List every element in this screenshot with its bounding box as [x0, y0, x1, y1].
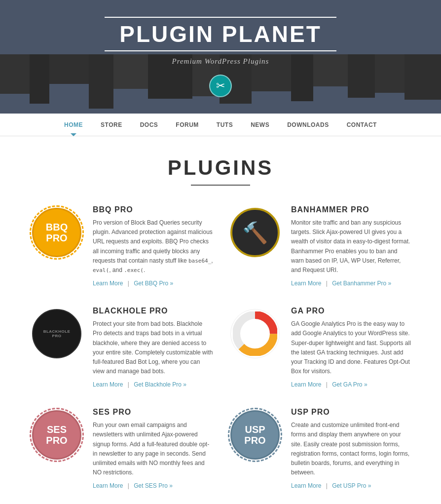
ga-logo-shape: [230, 309, 280, 358]
plugin-info-bbq-pro: BBQ PRO Pro version of Block Bad Queries…: [93, 205, 213, 287]
plugin-card-bbq-pro: BBQPRO BBQ PRO Pro version of Block Bad …: [30, 205, 213, 287]
bbq-link-sep: |: [128, 280, 129, 287]
plugin-desc-blackhole-pro: Protect your site from bad bots. Blackho…: [93, 319, 213, 376]
plugin-links-banhammer-pro: Learn More | Get Banhammer Pro »: [291, 280, 411, 287]
site-header: PLUGIN PLANET Premium WordPress Plugins …: [0, 0, 441, 114]
plugin-name-banhammer-pro: BANHAMMER PRO: [291, 205, 411, 214]
nav-store[interactable]: STORE: [92, 115, 131, 135]
plugin-links-ga-pro: Learn More | Get GA Pro »: [291, 381, 411, 388]
section-heading: PLUGINS: [30, 156, 411, 180]
plugin-info-banhammer-pro: BANHAMMER PRO Monitor site traffic and b…: [291, 205, 411, 287]
blackhole-learn-more-link[interactable]: Learn More: [93, 381, 123, 388]
plugin-card-blackhole-pro: BLACKHOLEPRO BLACKHOLE PRO Protect your …: [30, 307, 213, 388]
plugin-name-ga-pro: GA PRO: [291, 307, 411, 315]
plugin-logo-bbq-pro: BBQPRO: [30, 205, 84, 260]
plugin-links-blackhole-pro: Learn More | Get Blackhole Pro »: [93, 381, 213, 388]
blackhole-link-sep: |: [128, 381, 129, 388]
banhammer-link-sep: |: [326, 280, 328, 287]
plugins-grid: BBQPRO BBQ PRO Pro version of Block Bad …: [30, 205, 411, 489]
plugin-desc-usp-pro: Create and customize unlimited front-end…: [291, 421, 411, 477]
blackhole-logo-shape: BLACKHOLEPRO: [32, 309, 81, 358]
title-border: PLUGIN PLANET: [105, 17, 336, 51]
header-content: PLUGIN PLANET Premium WordPress Plugins …: [105, 17, 336, 97]
plugin-card-ga-pro: GA PRO GA Google Analytics Pro is the ea…: [228, 307, 411, 388]
usp-logo-shape: USPPRO: [230, 410, 280, 460]
ga-logo-svg: [233, 311, 277, 356]
plugin-desc-ga-pro: GA Google Analytics Pro is the easy way …: [291, 319, 411, 376]
plugin-name-blackhole-pro: BLACKHOLE PRO: [93, 307, 213, 315]
site-title: PLUGIN PLANET: [119, 21, 322, 47]
plugin-logo-usp-pro: USPPRO: [228, 408, 282, 462]
banhammer-logo-icon: 🔨: [242, 221, 268, 245]
usp-link-sep: |: [326, 482, 328, 489]
plugin-links-bbq-pro: Learn More | Get BBQ Pro »: [93, 280, 213, 287]
section-title-block: PLUGINS: [30, 156, 411, 186]
bbq-learn-more-link[interactable]: Learn More: [93, 280, 123, 287]
banhammer-learn-more-link[interactable]: Learn More: [291, 280, 321, 287]
section-divider: [191, 185, 250, 186]
nav-news[interactable]: NEWS: [242, 115, 278, 135]
plugin-desc-ses-pro: Run your own email campaigns and newslet…: [93, 421, 213, 477]
usp-logo-text: USPPRO: [244, 424, 265, 446]
usp-get-link[interactable]: Get USP Pro »: [332, 482, 371, 489]
ga-link-sep: |: [326, 381, 328, 388]
blackhole-logo-text: BLACKHOLEPRO: [43, 329, 71, 338]
plugin-name-usp-pro: USP PRO: [291, 408, 411, 417]
plugin-info-usp-pro: USP PRO Create and customize unlimited f…: [291, 408, 411, 489]
plugin-info-ga-pro: GA PRO GA Google Analytics Pro is the ea…: [291, 307, 411, 388]
plugin-card-banhammer-pro: 🔨 BANHAMMER PRO Monitor site traffic and…: [228, 205, 411, 287]
main-nav: HOME STORE DOCS FORUM TUTS NEWS DOWNLOAD…: [0, 114, 441, 136]
plugin-icon: ✂: [209, 75, 232, 97]
plugin-logo-banhammer-pro: 🔨: [228, 205, 282, 260]
nav-tuts[interactable]: TUTS: [208, 115, 242, 135]
banhammer-get-link[interactable]: Get Banhammer Pro »: [332, 280, 391, 287]
ga-learn-more-link[interactable]: Learn More: [291, 381, 321, 388]
bbq-get-link[interactable]: Get BBQ Pro »: [134, 280, 173, 287]
nav-home[interactable]: HOME: [55, 115, 92, 135]
plugin-name-bbq-pro: BBQ PRO: [93, 205, 213, 214]
ses-get-link[interactable]: Get SES Pro »: [134, 482, 173, 489]
plugin-info-ses-pro: SES PRO Run your own email campaigns and…: [93, 408, 213, 489]
nav-forum[interactable]: FORUM: [167, 115, 208, 135]
blackhole-get-link[interactable]: Get Blackhole Pro »: [134, 381, 186, 388]
svg-point-3: [243, 322, 267, 346]
banhammer-logo-shape: 🔨: [230, 208, 280, 257]
plugin-logo-ses-pro: SESPRO: [30, 408, 84, 462]
ga-get-link[interactable]: Get GA Pro »: [332, 381, 367, 388]
usp-learn-more-link[interactable]: Learn More: [291, 482, 321, 489]
plugin-links-ses-pro: Learn More | Get SES Pro »: [93, 482, 213, 489]
plugin-desc-banhammer-pro: Monitor site traffic and ban any suspici…: [291, 218, 411, 275]
plugin-logo-ga-pro: [228, 307, 282, 361]
main-content: PLUGINS BBQPRO BBQ PRO Pro version of Bl…: [0, 136, 441, 504]
plugin-info-blackhole-pro: BLACKHOLE PRO Protect your site from bad…: [93, 307, 213, 388]
site-tagline: Premium WordPress Plugins: [172, 57, 269, 66]
ses-learn-more-link[interactable]: Learn More: [93, 482, 123, 489]
ses-logo-text: SESPRO: [46, 424, 67, 446]
plugin-links-usp-pro: Learn More | Get USP Pro »: [291, 482, 411, 489]
plugin-logo-blackhole-pro: BLACKHOLEPRO: [30, 307, 84, 361]
nav-downloads[interactable]: DOWNLOADS: [278, 115, 338, 135]
plugin-name-ses-pro: SES PRO: [93, 408, 213, 417]
nav-contact[interactable]: CONTACT: [338, 115, 386, 135]
plugin-desc-bbq-pro: Pro version of Block Bad Queries securit…: [93, 218, 213, 275]
plugin-card-usp-pro: USPPRO USP PRO Create and customize unli…: [228, 408, 411, 489]
bbq-logo-text: BBQPRO: [46, 222, 68, 243]
bbq-logo-shape: BBQPRO: [32, 208, 81, 257]
ses-link-sep: |: [128, 482, 129, 489]
plugin-card-ses-pro: SESPRO SES PRO Run your own email campai…: [30, 408, 213, 489]
nav-docs[interactable]: DOCS: [131, 115, 167, 135]
ses-logo-shape: SESPRO: [32, 410, 81, 460]
